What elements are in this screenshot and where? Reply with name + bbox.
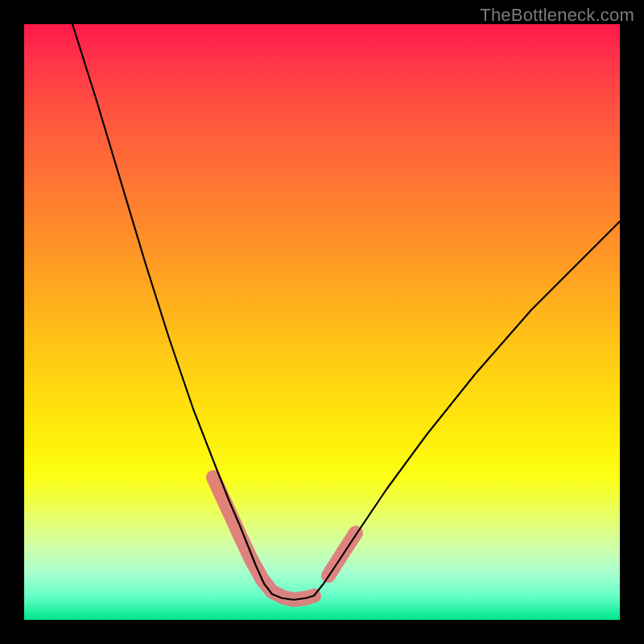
watermark-text: TheBottleneck.com xyxy=(480,5,634,26)
curve-left-descent xyxy=(72,24,272,594)
curve-layer xyxy=(24,24,620,620)
chart-frame: TheBottleneck.com xyxy=(0,0,644,644)
plot-area xyxy=(24,24,620,620)
